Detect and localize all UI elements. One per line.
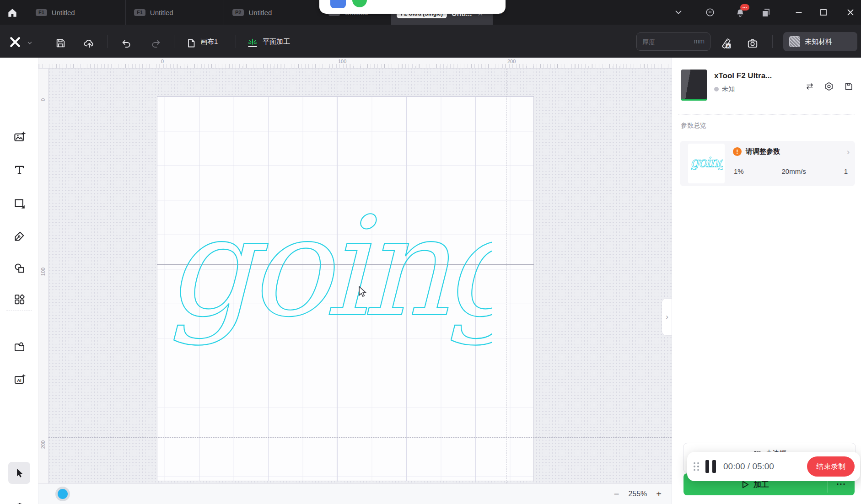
text-tool[interactable] xyxy=(8,159,30,181)
tab-badge: P2 xyxy=(232,9,244,16)
tabbar-chevron-down-icon[interactable] xyxy=(673,7,683,17)
redo-icon xyxy=(150,38,161,49)
zoom-out-button[interactable]: − xyxy=(614,489,619,499)
zoom-controls: − 255% + xyxy=(614,489,662,499)
chevron-right-icon[interactable]: › xyxy=(847,147,850,157)
transfer-arrows-icon xyxy=(805,81,815,91)
vector-pen-tool[interactable] xyxy=(8,225,30,247)
connection-status-dot[interactable] xyxy=(58,489,68,499)
design-text: going xyxy=(167,207,492,347)
params-section-title: 参数总览 xyxy=(681,122,706,130)
ruler-label: 200 xyxy=(507,59,516,64)
ruler-label: 100 xyxy=(338,59,346,64)
svg-text:A: A xyxy=(727,44,730,48)
toolbar-separator xyxy=(772,35,773,48)
warning-row: ! 请调整参数 xyxy=(733,147,780,156)
rectangle-icon xyxy=(13,197,26,209)
hand-tool[interactable] xyxy=(8,496,30,504)
material-label: 未知材料 xyxy=(805,38,832,46)
notifications-bell-icon[interactable]: ••• xyxy=(735,7,745,17)
main-toolbar: 画布1 平面加工 mm A 未知材料 xyxy=(0,25,861,58)
thickness-input[interactable] xyxy=(641,35,689,49)
boolean-shapes-tool[interactable] xyxy=(8,257,30,279)
parameter-values: 1% 20mm/s 1 xyxy=(734,167,848,175)
select-arrow-icon xyxy=(13,467,25,479)
add-image-tool[interactable] xyxy=(8,126,30,148)
camera-icon xyxy=(747,38,759,49)
edge-guide-vertical xyxy=(506,69,506,483)
mouse-cursor xyxy=(356,285,368,298)
ruler-ticks xyxy=(38,64,672,68)
device-settings-button[interactable] xyxy=(824,81,834,91)
zoom-level-label[interactable]: 255% xyxy=(628,490,647,498)
process-mode-button[interactable] xyxy=(246,37,259,49)
ruler-label: 200 xyxy=(40,438,46,451)
ruler-vertical: 0 100 200 xyxy=(38,69,48,504)
app-window: F1 Untitled F1 Untitled P2 Untitled P2 U… xyxy=(0,0,861,504)
gear-icon xyxy=(824,81,834,91)
shape-tool[interactable] xyxy=(8,192,30,214)
device-image xyxy=(681,70,707,101)
elements-tool[interactable] xyxy=(8,288,30,310)
multi-window-icon[interactable] xyxy=(760,7,770,17)
maximize-button[interactable] xyxy=(818,7,829,17)
add-image-icon xyxy=(13,131,26,143)
screen-share-overlay xyxy=(319,0,506,14)
close-button[interactable] xyxy=(845,7,856,17)
canvas-workspace[interactable]: 0 100 200 0 100 200 going › − 2 xyxy=(38,58,672,504)
combine-shapes-icon xyxy=(13,262,26,274)
process-mode-label[interactable]: 平面加工 xyxy=(263,38,290,46)
recording-widget: 00:00 / 05:00 结束录制 xyxy=(687,452,860,481)
tab-untitled-1[interactable]: F1 Untitled xyxy=(27,0,126,25)
panel-collapse-handle[interactable]: › xyxy=(662,298,672,336)
minimize-button[interactable] xyxy=(794,7,804,17)
design-object-going[interactable]: going xyxy=(165,207,492,368)
material-swatch-icon xyxy=(789,36,800,47)
save-button[interactable] xyxy=(55,38,66,49)
object-thumbnail: going xyxy=(688,144,725,183)
ruler-label: 0 xyxy=(161,59,164,64)
text-icon xyxy=(13,164,26,176)
tab-label: Untitled xyxy=(248,9,272,16)
select-tool[interactable] xyxy=(8,462,30,484)
tool-sidebar: AI xyxy=(0,58,38,504)
material-button[interactable]: 未知材料 xyxy=(783,32,857,51)
pause-recording-button[interactable] xyxy=(705,460,716,473)
projects-tool[interactable] xyxy=(8,336,30,358)
switch-device-button[interactable] xyxy=(805,81,815,91)
edge-guide-horizontal xyxy=(48,437,672,438)
zoom-in-button[interactable]: + xyxy=(656,489,662,499)
save-icon xyxy=(55,38,66,49)
redo-button[interactable] xyxy=(150,38,161,49)
status-circle-icon[interactable] xyxy=(705,7,715,17)
sidebar-divider xyxy=(6,311,32,311)
undo-icon xyxy=(121,38,132,49)
drag-handle-icon[interactable] xyxy=(694,462,699,471)
stop-recording-button[interactable]: 结束录制 xyxy=(807,456,855,477)
thickness-field: mm xyxy=(636,32,710,51)
home-button[interactable] xyxy=(6,7,18,19)
overlay-blue-icon xyxy=(330,0,346,8)
logo-chevron-down-icon[interactable] xyxy=(27,40,33,46)
document-icon xyxy=(186,38,197,49)
play-icon xyxy=(742,481,749,488)
measure-thickness-button[interactable]: A xyxy=(720,38,732,49)
thickness-unit-label: mm xyxy=(694,38,705,45)
pen-icon xyxy=(13,230,26,242)
device-name: xTool F2 Ultra... xyxy=(714,71,772,80)
tab-untitled-3[interactable]: P2 Untitled xyxy=(224,0,320,25)
canvas-page-button[interactable] xyxy=(186,38,197,49)
canvas-name-label[interactable]: 画布1 xyxy=(200,38,218,46)
panel-divider xyxy=(678,114,855,115)
thumbnail-text: going xyxy=(690,156,723,170)
home-icon xyxy=(6,7,18,19)
cloud-upload-button[interactable] xyxy=(83,38,96,49)
undo-button[interactable] xyxy=(121,38,132,49)
tab-untitled-2[interactable]: F1 Untitled xyxy=(126,0,224,25)
device-file-button[interactable] xyxy=(844,81,854,91)
parameter-card[interactable]: going ! 请调整参数 › 1% 20mm/s 1 xyxy=(680,141,855,186)
camera-capture-button[interactable] xyxy=(747,38,759,49)
ai-image-tool[interactable]: AI xyxy=(8,368,30,390)
tab-label: Untitled xyxy=(150,9,173,16)
xcs-logo[interactable] xyxy=(9,36,21,48)
